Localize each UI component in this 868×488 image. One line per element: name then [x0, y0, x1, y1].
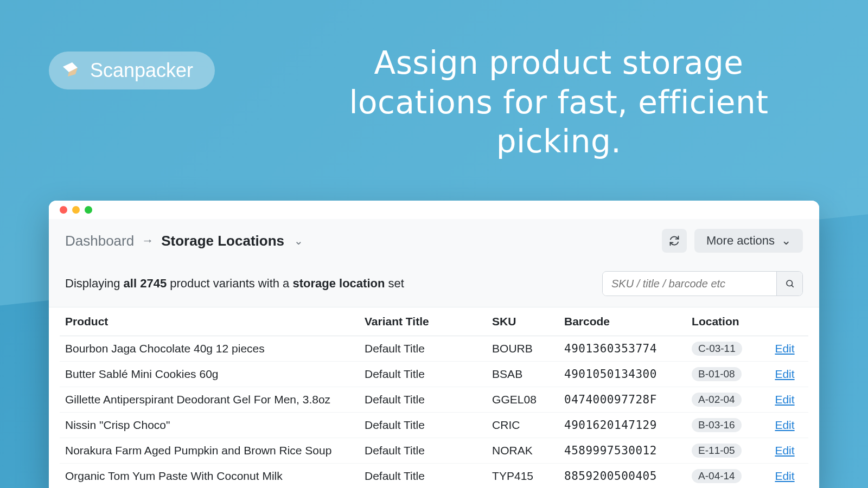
table-row: Norakura Farm Aged Pumpkin and Brown Ric… [60, 438, 808, 464]
cell-edit: Edit [769, 413, 808, 438]
cell-barcode: 4589997530012 [559, 438, 686, 464]
cell-variant: Default Title [359, 413, 487, 438]
cell-variant: Default Title [359, 464, 487, 489]
window-titlebar [49, 201, 819, 219]
svg-line-3 [792, 285, 794, 287]
cell-barcode: 8859200500405 [559, 464, 686, 489]
breadcrumb-root[interactable]: Dashboard [65, 233, 134, 249]
edit-link[interactable]: Edit [775, 444, 794, 457]
cell-location: B-03-16 [686, 413, 769, 438]
table-row: Butter Sablé Mini Cookies 60gDefault Tit… [60, 362, 808, 387]
edit-link[interactable]: Edit [775, 470, 794, 482]
refresh-button[interactable] [662, 229, 687, 253]
location-chip: A-02-04 [692, 393, 742, 407]
location-chip: B-03-16 [692, 418, 742, 432]
search-button[interactable] [776, 272, 802, 296]
chevron-down-icon[interactable]: ⌄ [294, 234, 303, 247]
search-wrap [602, 271, 803, 296]
location-chip: E-11-05 [692, 444, 742, 458]
location-chip: B-01-08 [692, 367, 742, 381]
toolbar: Dashboard → Storage Locations ⌄ More act… [49, 219, 819, 262]
chevron-down-icon: ⌄ [781, 234, 791, 248]
traffic-light-zoom[interactable] [85, 206, 92, 214]
brand-name: Scanpacker [90, 59, 193, 82]
location-chip: A-04-14 [692, 469, 742, 483]
subbar: Displaying all 2745 product variants wit… [49, 262, 819, 307]
cell-edit: Edit [769, 464, 808, 489]
traffic-light-close[interactable] [60, 206, 67, 214]
cell-sku: BOURB [487, 336, 559, 362]
search-input[interactable] [603, 272, 776, 296]
location-chip: C-03-11 [692, 342, 742, 356]
cell-edit: Edit [769, 336, 808, 362]
products-table: Product Variant Title SKU Barcode Locati… [60, 307, 808, 488]
col-edit [769, 307, 808, 336]
cell-location: A-04-14 [686, 464, 769, 489]
cell-location: C-03-11 [686, 336, 769, 362]
cell-sku: CRIC [487, 413, 559, 438]
results-summary: Displaying all 2745 product variants wit… [65, 277, 404, 291]
app-window: Dashboard → Storage Locations ⌄ More act… [49, 201, 819, 488]
cell-location: A-02-04 [686, 387, 769, 413]
cell-sku: NORAK [487, 438, 559, 464]
cell-sku: BSAB [487, 362, 559, 387]
cell-variant: Default Title [359, 438, 487, 464]
cell-barcode: 4901360353774 [559, 336, 686, 362]
cell-product: Norakura Farm Aged Pumpkin and Brown Ric… [60, 438, 359, 464]
cell-location: B-01-08 [686, 362, 769, 387]
more-actions-button[interactable]: More actions ⌄ [694, 229, 803, 253]
col-sku[interactable]: SKU [487, 307, 559, 336]
table-row: Nissin "Crisp Choco"Default TitleCRIC490… [60, 413, 808, 438]
col-variant[interactable]: Variant Title [359, 307, 487, 336]
cell-product: Organic Tom Yum Paste With Coconut Milk [60, 464, 359, 489]
cell-barcode: 4901050134300 [559, 362, 686, 387]
breadcrumb-current[interactable]: Storage Locations [161, 233, 284, 249]
cell-barcode: 047400097728F [559, 387, 686, 413]
cell-edit: Edit [769, 438, 808, 464]
edit-link[interactable]: Edit [775, 368, 794, 380]
refresh-icon [669, 235, 680, 246]
scanner-icon [61, 61, 80, 80]
cell-location: E-11-05 [686, 438, 769, 464]
cell-sku: TYP415 [487, 464, 559, 489]
col-product[interactable]: Product [60, 307, 359, 336]
brand-pill: Scanpacker [49, 52, 215, 89]
cell-edit: Edit [769, 387, 808, 413]
cell-edit: Edit [769, 362, 808, 387]
cell-variant: Default Title [359, 336, 487, 362]
arrow-right-icon: → [142, 234, 154, 248]
edit-link[interactable]: Edit [775, 393, 794, 406]
cell-barcode: 4901620147129 [559, 413, 686, 438]
cell-product: Butter Sablé Mini Cookies 60g [60, 362, 359, 387]
cell-product: Gillette Antiperspirant Deodorant Gel Fo… [60, 387, 359, 413]
table-row: Bourbon Jaga Chocolate 40g 12 piecesDefa… [60, 336, 808, 362]
cell-variant: Default Title [359, 362, 487, 387]
edit-link[interactable]: Edit [775, 419, 794, 431]
headline: Assign product storage locations for fas… [304, 43, 814, 162]
table-row: Organic Tom Yum Paste With Coconut MilkD… [60, 464, 808, 489]
col-location[interactable]: Location [686, 307, 769, 336]
col-barcode[interactable]: Barcode [559, 307, 686, 336]
cell-product: Bourbon Jaga Chocolate 40g 12 pieces [60, 336, 359, 362]
cell-variant: Default Title [359, 387, 487, 413]
edit-link[interactable]: Edit [775, 342, 794, 355]
svg-point-2 [787, 280, 793, 286]
table-row: Gillette Antiperspirant Deodorant Gel Fo… [60, 387, 808, 413]
traffic-light-minimize[interactable] [72, 206, 80, 214]
cell-sku: GGEL08 [487, 387, 559, 413]
search-icon [785, 279, 795, 288]
breadcrumb: Dashboard → Storage Locations ⌄ [65, 233, 303, 249]
more-actions-label: More actions [706, 234, 775, 248]
cell-product: Nissin "Crisp Choco" [60, 413, 359, 438]
